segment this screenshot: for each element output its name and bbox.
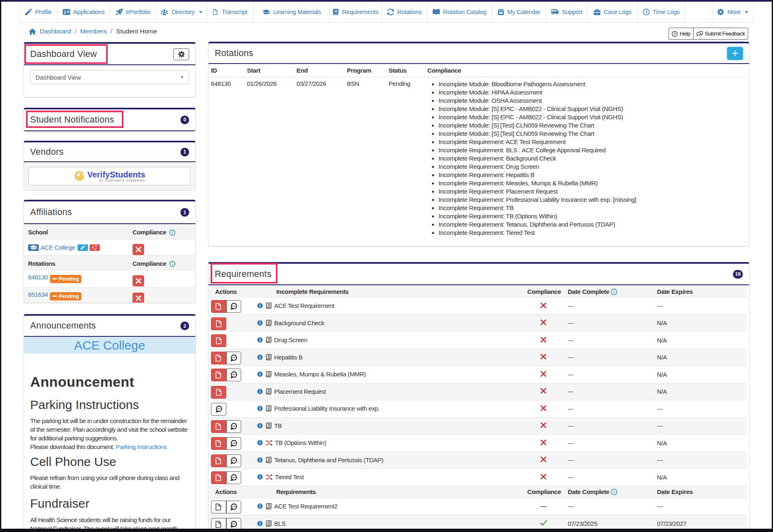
svg-text:?: ? [674,32,676,36]
